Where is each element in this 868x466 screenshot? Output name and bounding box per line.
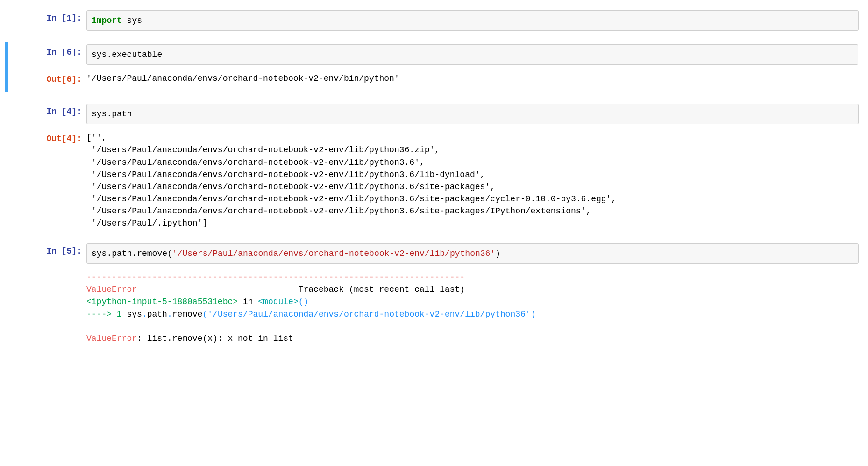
paren: ) xyxy=(531,310,536,319)
code-input[interactable]: import sys xyxy=(86,10,859,31)
code-input[interactable]: sys.executable xyxy=(86,44,858,65)
error-name: ValueError xyxy=(86,334,137,343)
error-name: ValueError xyxy=(86,285,137,294)
empty-prompt xyxy=(9,268,86,276)
spaces xyxy=(137,285,299,294)
error-message: : list.remove(x): x not in list xyxy=(137,334,293,343)
traceback-in: in xyxy=(238,297,258,306)
traceback-separator: ----------------------------------------… xyxy=(86,273,465,282)
traceback-paren: () xyxy=(299,297,309,306)
paren: ( xyxy=(203,310,208,319)
in-prompt: In [1]: xyxy=(9,8,86,28)
keyword: import xyxy=(92,16,122,25)
code-text: sys.path.remove( xyxy=(92,249,172,258)
out-prompt: Out[6]: xyxy=(9,70,86,89)
code-text: sys.executable xyxy=(92,50,162,59)
output-text: '/Users/Paul/anaconda/envs/orchard-noteb… xyxy=(86,70,863,87)
string-literal: '/Users/Paul/anaconda/envs/orchard-noteb… xyxy=(172,249,495,258)
code-cell-1[interactable]: In [1]: import sys xyxy=(5,8,863,33)
code-cell-2[interactable]: In [6]: sys.executable Out[6]: '/Users/P… xyxy=(5,42,863,92)
code-input[interactable]: sys.path xyxy=(86,104,859,124)
traceback-arrow: ----> 1 xyxy=(86,310,122,319)
dot: . xyxy=(142,310,147,319)
traceback-module: <module> xyxy=(258,297,298,306)
output-text: ['', '/Users/Paul/anaconda/envs/orchard-… xyxy=(86,129,863,232)
dot: . xyxy=(167,310,172,319)
code-text: remove xyxy=(172,310,203,319)
traceback-header: Traceback (most recent call last) xyxy=(299,285,465,294)
code-cell-3[interactable]: In [4]: sys.path Out[4]: ['', '/Users/Pa… xyxy=(5,102,863,232)
traceback-file: <ipython-input-5-1880a5531ebc> xyxy=(86,297,238,306)
in-prompt: In [6]: xyxy=(9,42,86,62)
traceback-output: ----------------------------------------… xyxy=(86,268,863,347)
code-cell-4[interactable]: In [5]: sys.path.remove('/Users/Paul/ana… xyxy=(5,241,863,347)
in-prompt: In [4]: xyxy=(9,102,86,121)
code-text: sys.path xyxy=(92,109,132,119)
out-prompt: Out[4]: xyxy=(9,129,86,148)
string-literal: '/Users/Paul/anaconda/envs/orchard-noteb… xyxy=(207,310,530,319)
code-text: sys xyxy=(122,16,142,25)
code-text: sys xyxy=(122,310,142,319)
notebook: In [1]: import sys In [6]: sys.executabl… xyxy=(0,0,868,375)
in-prompt: In [5]: xyxy=(9,241,86,261)
code-text: path xyxy=(147,310,167,319)
code-text: ) xyxy=(495,249,500,258)
code-input[interactable]: sys.path.remove('/Users/Paul/anaconda/en… xyxy=(86,243,859,264)
